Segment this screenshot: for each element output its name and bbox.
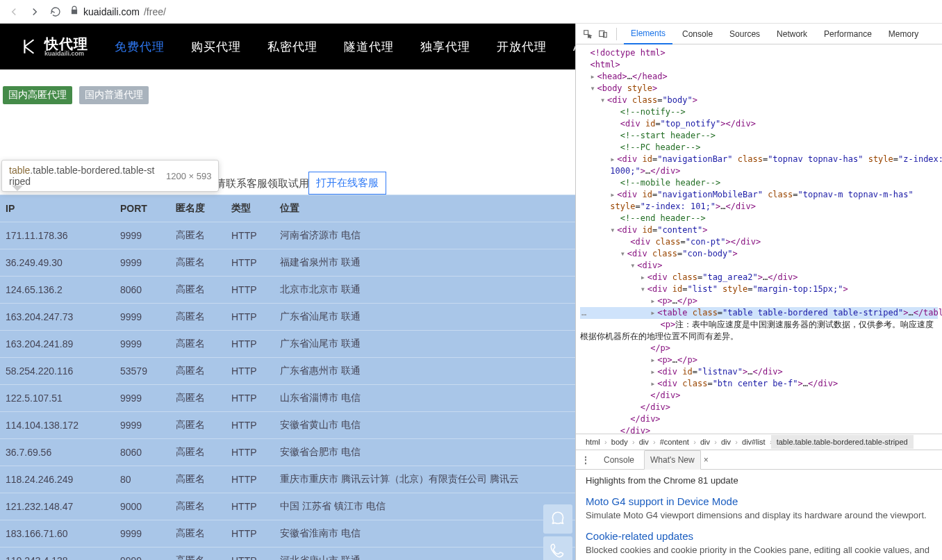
cell: 安徽省淮南市 电信 — [274, 520, 575, 547]
cell: 广东省惠州市 联通 — [274, 358, 575, 385]
table-row: 121.232.148.479000高匿名HTTP中国 江苏省 镇江市 电信 — [0, 493, 575, 520]
cell: 高匿名 — [170, 222, 226, 249]
dom-tree[interactable]: <!doctype html> <html> ▸<head>…</head> ▾… — [576, 44, 942, 434]
cell: 9999 — [115, 520, 170, 547]
table-row: 118.24.246.24980高匿名HTTP重庆市重庆市 腾讯云计算（北京）有… — [0, 466, 575, 493]
site-logo[interactable]: 快代理 kuaidaili.com — [21, 37, 88, 57]
table-header-row: IP PORT 匿名度 类型 位置 — [0, 195, 575, 222]
drawer-headline: Highlights from the Chrome 81 update — [586, 475, 932, 486]
cell: HTTP — [226, 385, 274, 412]
crumb-item[interactable]: div — [634, 435, 654, 449]
cell: 高匿名 — [170, 385, 226, 412]
table-row: 36.249.49.309999高匿名HTTP福建省泉州市 联通 — [0, 249, 575, 277]
cell: 高匿名 — [170, 412, 226, 439]
drawer-more-icon[interactable]: ⋮ — [581, 455, 590, 465]
tab-performance[interactable]: Performance — [817, 24, 879, 44]
news-desc: Simulate Moto G4 viewport dimensions and… — [586, 510, 932, 520]
reload-icon[interactable] — [49, 5, 63, 19]
nav-tunnel[interactable]: 隧道代理 — [344, 39, 394, 55]
contact-qq-button[interactable] — [543, 504, 572, 534]
cell: 9999 — [115, 547, 170, 561]
cell: 9999 — [115, 385, 170, 412]
drawer-tab-console[interactable]: Console — [598, 451, 640, 469]
cell: 118.24.246.249 — [0, 466, 115, 493]
close-icon[interactable]: × — [704, 455, 709, 465]
cell: HTTP — [226, 466, 274, 493]
lock-icon — [69, 6, 79, 17]
cell: 高匿名 — [170, 493, 226, 520]
nav-free[interactable]: 免费代理 — [115, 39, 165, 55]
inspect-icon[interactable] — [581, 28, 594, 40]
url-path: /free/ — [144, 6, 166, 17]
cell: 163.204.247.73 — [0, 304, 115, 331]
drawer-tab-whatsnew[interactable]: What's New — [644, 450, 701, 470]
cell: 9999 — [115, 304, 170, 331]
nav-dedicate[interactable]: 独享代理 — [420, 39, 470, 55]
cell: 58.254.220.116 — [0, 358, 115, 385]
table-row: 58.254.220.11653579高匿名HTTP广东省惠州市 联通 — [0, 358, 575, 385]
cell: 高匿名 — [170, 304, 226, 331]
cell: 124.65.136.2 — [0, 277, 115, 304]
tab-console[interactable]: Console — [675, 24, 720, 44]
cell: HTTP — [226, 493, 274, 520]
news-title[interactable]: Moto G4 support in Device Mode — [586, 495, 932, 507]
table-row: 110.243.4.1389999高匿名HTTP河北省唐山市 联通 — [0, 547, 575, 561]
crumb-item[interactable]: body — [606, 435, 634, 449]
tooltip-selector: table.table.table-bordered.table-striped — [9, 165, 155, 187]
th-type: 类型 — [226, 195, 274, 222]
cell: 河南省济源市 电信 — [274, 222, 575, 249]
tag-normal[interactable]: 国内普通代理 — [79, 86, 149, 104]
news-desc: Blocked cookies and cookie priority in t… — [586, 545, 932, 555]
address-bar[interactable]: kuaidaili.com/free/ — [69, 6, 166, 17]
table-row: 124.65.136.28060高匿名HTTP北京市北京市 联通 — [0, 277, 575, 304]
nav-open[interactable]: 开放代理 — [497, 39, 547, 55]
tab-sources[interactable]: Sources — [722, 24, 767, 44]
cell: 广东省汕尾市 联通 — [274, 304, 575, 331]
cell: HTTP — [226, 520, 274, 547]
open-chat-button[interactable]: 打开在线客服 — [308, 172, 386, 195]
tab-memory[interactable]: Memory — [882, 24, 925, 44]
svg-rect-4 — [584, 30, 588, 34]
cell: 80 — [115, 466, 170, 493]
table-row: 36.7.69.568060高匿名HTTP安徽省合肥市 电信 — [0, 439, 575, 466]
forward-icon[interactable] — [28, 5, 42, 19]
trial-notice: P请联系客服领取试用。 — [208, 177, 320, 190]
nav-private[interactable]: 私密代理 — [267, 39, 317, 55]
cell: 山东省淄博市 电信 — [274, 385, 575, 412]
cell: 8060 — [115, 439, 170, 466]
inspect-tooltip: table.table.table-bordered.table-striped… — [1, 160, 219, 192]
nav-buy[interactable]: 购买代理 — [191, 39, 241, 55]
dom-breadcrumb[interactable]: html body div #content div div div#list … — [576, 434, 942, 450]
cell: 河北省唐山市 联通 — [274, 547, 575, 561]
cell: 121.232.148.47 — [0, 493, 115, 520]
crumb-item[interactable]: html — [580, 435, 606, 449]
cell: 9999 — [115, 249, 170, 277]
cell: 安徽省合肥市 电信 — [274, 439, 575, 466]
cell: 福建省泉州市 联通 — [274, 249, 575, 277]
tab-network[interactable]: Network — [770, 24, 814, 44]
tag-anon[interactable]: 国内高匿代理 — [3, 86, 72, 104]
device-icon[interactable] — [597, 28, 609, 40]
crumb-item[interactable]: #content — [654, 435, 695, 449]
cell: 高匿名 — [170, 249, 226, 277]
contact-phone-button[interactable] — [543, 536, 572, 560]
cell: HTTP — [226, 412, 274, 439]
crumb-item-selected[interactable]: table.table.table-bordered.table-striped — [771, 435, 914, 449]
tooltip-dimensions: 1200 × 593 — [166, 171, 211, 181]
crumb-item[interactable]: div — [695, 435, 716, 449]
back-icon[interactable] — [7, 5, 21, 19]
crumb-item[interactable]: div — [716, 435, 736, 449]
cell: 53579 — [115, 358, 170, 385]
devtools-tabs: Elements Console Sources Network Perform… — [576, 24, 942, 44]
crumb-item[interactable]: div#list — [736, 435, 771, 449]
cell: 高匿名 — [170, 439, 226, 466]
table-row: 114.104.138.1729999高匿名HTTP安徽省黄山市 电信 — [0, 412, 575, 439]
tab-elements[interactable]: Elements — [624, 24, 672, 44]
cell: HTTP — [226, 304, 274, 331]
proxy-table-highlight: IP PORT 匿名度 类型 位置 171.11.178.369999高匿名HT… — [0, 195, 575, 560]
table-row: 183.166.71.609999高匿名HTTP安徽省淮南市 电信 — [0, 520, 575, 547]
news-title[interactable]: Cookie-related updates — [586, 530, 932, 542]
brand-sub: kuaidaili.com — [44, 51, 88, 57]
proxy-table: IP PORT 匿名度 类型 位置 171.11.178.369999高匿名HT… — [0, 195, 575, 560]
cell: 171.11.178.36 — [0, 222, 115, 249]
